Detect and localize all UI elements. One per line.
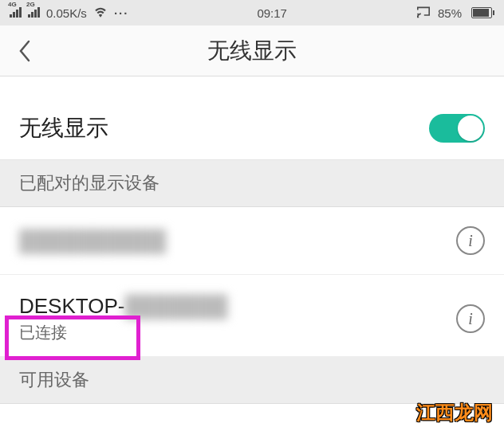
wireless-display-toggle-row: 无线显示 [0,105,504,160]
device-info: DESKTOP-███████ 已连接 [19,294,456,343]
signal-4g-icon: 4G [10,6,22,20]
wireless-display-label: 无线显示 [19,113,108,143]
signal-4g-label: 4G [8,1,17,8]
status-left: 4G 2G 0.05K/s ··· [10,6,128,20]
switch-knob [458,116,483,141]
battery-percent: 85% [438,6,462,20]
device-row[interactable]: DESKTOP-███████ 已连接 i [0,275,504,357]
wifi-icon [93,6,108,20]
paired-devices-header: 已配对的显示设备 [0,160,504,207]
net-speed: 0.05K/s [46,6,87,20]
chevron-left-icon [18,40,30,62]
status-bar: 4G 2G 0.05K/s ··· 09:17 85% [0,0,504,25]
battery-icon [468,7,494,18]
page-title: 无线显示 [0,36,504,66]
device-name: ██████████ [19,229,456,253]
wireless-display-switch[interactable] [429,114,485,143]
device-name: DESKTOP-███████ [19,294,456,319]
device-status: 已连接 [19,322,456,343]
info-icon[interactable]: i [456,226,485,255]
available-devices-header: 可用设备 [0,357,504,404]
more-icon: ··· [114,6,129,20]
device-info: ██████████ [19,229,456,253]
device-row[interactable]: ██████████ i [0,207,504,275]
status-right: 85% [415,6,494,21]
cast-icon [415,6,431,21]
device-name-blurred: ███████ [124,294,227,318]
info-icon[interactable]: i [456,304,485,333]
spacer [0,76,504,105]
signal-2g-icon: 2G [28,6,40,20]
back-button[interactable] [0,25,48,76]
signal-2g-label: 2G [26,1,35,8]
status-time: 09:17 [257,6,287,20]
device-name-prefix: DESKTOP- [19,294,124,318]
page-header: 无线显示 [0,25,504,76]
